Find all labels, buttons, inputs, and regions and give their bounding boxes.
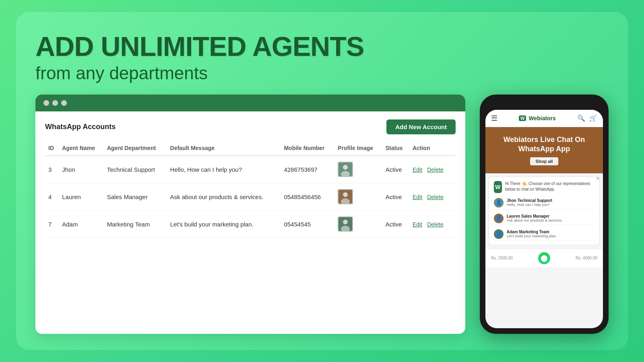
phone-hero: Webiators Live Chat On WhatsApp App Shop… [485,127,603,173]
col-mobile: Mobile Number [281,141,334,156]
phone-agent-info: Lauren Sales Manager Ask about our produ… [507,214,594,222]
brand-name: Webiators [528,115,555,121]
phone-shop-button[interactable]: Shop all [530,157,559,165]
chat-close-icon[interactable]: ✕ [596,176,600,181]
content-row: WhatsApp Accounts Add New Account ID Age… [35,95,609,334]
phone-chat-intro: Hi There 👋, Choose one of our representa… [505,181,594,192]
cell-default-msg: Let's build your marketing plan. [167,210,281,238]
footer-price-right: Rs. 4000.00 [576,256,597,260]
cell-profile [334,156,382,183]
phone-agent-avatar-icon: 👤 [494,229,504,239]
phone-nav: ☰ W Webiators 🔍 🛒 [485,110,603,127]
outer-card: ADD UNLIMITED AGENTS from any department… [16,12,628,350]
table-panel: WhatsApp Accounts Add New Account ID Age… [35,95,465,334]
phone-screen: ☰ W Webiators 🔍 🛒 Webiators Live Chat On… [485,110,603,328]
table-panel-header [35,95,465,111]
edit-link[interactable]: Edit [413,167,422,173]
brand-logo-icon: W [519,115,526,121]
search-icon[interactable]: 🔍 [577,114,585,122]
cell-action: Edit Delete [409,210,456,238]
phone-agent-message: Let's build your marketing plan. [507,234,594,238]
delete-link[interactable]: Delete [427,167,443,173]
phone-agent-info: Jhon Technical Support Hello, How can I … [507,198,594,207]
phone-chat-logo-icon: W [494,181,502,193]
phone-mockup: ☰ W Webiators 🔍 🛒 Webiators Live Chat On… [480,95,609,334]
svg-point-4 [343,192,348,197]
phone-agent-message: Hello, How can I help you? [507,203,594,207]
edit-link[interactable]: Edit [413,194,422,200]
table-row: 3 Jhon Technical Support Hello, How can … [45,156,456,183]
delete-link[interactable]: Delete [427,221,443,228]
cell-agent-dept: Marketing Team [104,210,167,238]
col-default-msg: Default Message [167,141,281,156]
table-header-row: ID Agent Name Agent Department Default M… [45,141,456,156]
table-title: WhatsApp Accounts [45,123,116,131]
whatsapp-fab-icon[interactable]: ⬤ [538,252,550,264]
delete-link[interactable]: Delete [427,194,443,200]
cell-action: Edit Delete [409,183,456,210]
cell-id: 3 [45,156,59,183]
cell-mobile: 4286753697 [281,156,334,183]
sub-title: from any departments [35,63,609,83]
main-title: ADD UNLIMITED AGENTS [35,31,609,62]
phone-agent-name: Adam Marketing Team [507,230,594,234]
phone-agent-name: Lauren Sales Manager [507,214,594,218]
col-agent-name: Agent Name [59,141,104,156]
add-new-account-button[interactable]: Add New Account [386,119,456,134]
phone-notch [528,100,560,107]
col-profile: Profile Image [334,141,382,156]
phone-agent-list: 👤 Jhon Technical Support Hello, How can … [494,196,594,241]
footer-price-left: Rs. 2000.00 [491,256,513,260]
phone-agent-item[interactable]: 👤 Lauren Sales Manager Ask about our pro… [494,212,594,225]
table-toolbar: WhatsApp Accounts Add New Account [45,119,456,134]
col-action: Action [409,141,456,156]
phone-agent-item[interactable]: 👤 Adam Marketing Team Let's build your m… [494,228,594,241]
cell-profile [334,210,382,238]
cell-default-msg: Hello, How can I help you? [167,156,281,183]
phone-brand: W Webiators [519,115,556,121]
cell-mobile: 05454545 [281,210,334,238]
col-id: ID [45,141,59,156]
phone-agent-name: Jhon Technical Support [507,198,594,203]
phone-agent-item[interactable]: 👤 Jhon Technical Support Hello, How can … [494,196,594,210]
cell-agent-name: Jhon [59,156,104,183]
cell-mobile: 05485456456 [281,183,334,210]
cell-status: Active [382,183,409,210]
profile-avatar-icon [338,189,353,204]
profile-avatar-icon [338,216,353,232]
cell-id: 7 [45,210,59,238]
phone-hero-text: Webiators Live Chat On WhatsApp App Shop… [492,135,597,165]
phone-chat-box: W Hi There 👋, Choose one of our represen… [489,177,600,245]
col-agent-dept: Agent Department [104,141,167,156]
dot-3 [61,100,67,106]
phone-hero-title: Webiators Live Chat On WhatsApp App [492,135,597,154]
cart-icon[interactable]: 🛒 [589,114,597,122]
svg-point-7 [343,220,348,224]
table-row: 7 Adam Marketing Team Let's build your m… [45,210,456,238]
table-panel-body: WhatsApp Accounts Add New Account ID Age… [35,111,465,334]
phone-nav-icons: 🔍 🛒 [577,114,597,122]
hamburger-icon[interactable]: ☰ [491,114,497,123]
phone-agent-avatar-icon: 👤 [494,198,504,208]
col-status: Status [382,141,409,156]
edit-link[interactable]: Edit [413,221,422,228]
phone-chat-header: W Hi There 👋, Choose one of our represen… [494,181,594,193]
dot-2 [52,100,58,106]
cell-profile [334,183,382,210]
cell-default-msg: Ask about our products & services. [167,183,281,210]
phone-agent-avatar-icon: 👤 [494,214,504,223]
phone-chat-wrapper: W Hi There 👋, Choose one of our represen… [485,173,603,249]
phone-agent-message: Ask about our products & services. [507,218,594,222]
svg-point-1 [343,165,348,170]
profile-avatar-icon [338,162,353,177]
dot-1 [43,100,49,106]
cell-agent-name: Adam [59,210,104,238]
data-table: ID Agent Name Agent Department Default M… [45,141,456,238]
phone-agent-info: Adam Marketing Team Let's build your mar… [507,230,594,238]
cell-agent-name: Lauren [59,183,104,210]
cell-agent-dept: Technical Support [104,156,167,183]
cell-id: 4 [45,183,59,210]
cell-status: Active [382,210,409,238]
table-row: 4 Lauren Sales Manager Ask about our pro… [45,183,456,210]
cell-status: Active [382,156,409,183]
